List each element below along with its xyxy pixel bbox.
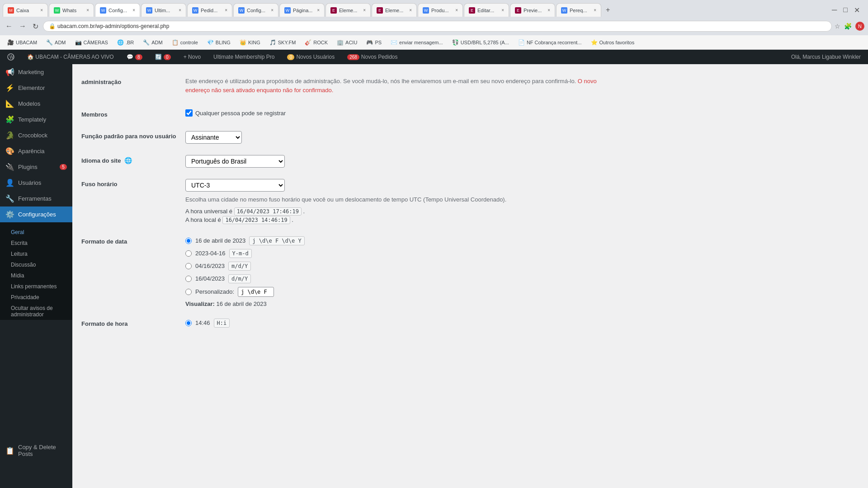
tab-pedid[interactable]: W Pedid... × <box>187 3 232 17</box>
admin-bar-comments[interactable]: 💬 8 <box>123 50 146 64</box>
tab-close-previe[interactable]: × <box>547 8 550 13</box>
admin-bar-updates[interactable]: 🔄 0 <box>151 50 175 64</box>
bookmark-ubacam[interactable]: 🎥 UBACAM <box>4 38 41 47</box>
submenu-escrita[interactable]: Escrita <box>0 238 72 249</box>
sidebar-item-ferramentas[interactable]: 🔧 Ferramentas <box>0 191 72 206</box>
tab-eleme1[interactable]: E Eleme... × <box>326 3 371 17</box>
sidebar-item-aparencia[interactable]: 🎨 Aparência <box>0 143 72 159</box>
tab-close-editar[interactable]: × <box>501 8 504 13</box>
idioma-select[interactable]: Português do Brasil English (United Stat… <box>185 155 285 168</box>
tab-close-pereq[interactable]: × <box>594 8 596 13</box>
tab-close-gmail[interactable]: × <box>40 8 43 13</box>
forward-button[interactable]: → <box>17 20 28 32</box>
formato-data-custom-input[interactable] <box>238 287 274 297</box>
formato-data-radio-2[interactable] <box>185 250 192 257</box>
admin-bar-new-users[interactable]: 0 Novos Usuários <box>283 50 338 64</box>
tab-close-config[interactable]: × <box>132 8 135 13</box>
tab-close-config2[interactable]: × <box>271 8 274 13</box>
admin-bar-user[interactable]: Olá, Marcus Ligabue Winkler <box>788 50 864 64</box>
submenu-discussao[interactable]: Discussão <box>0 259 72 270</box>
formato-data-radio-custom[interactable] <box>185 289 192 295</box>
fuso-select[interactable]: UTC-3 UTC-2 UTC-1 UTC <box>185 179 285 192</box>
tab-close-pagina[interactable]: × <box>317 8 320 13</box>
membros-checkbox-label[interactable]: Qualquer pessoa pode se registrar <box>185 109 601 117</box>
refresh-button[interactable]: ↻ <box>31 20 40 33</box>
formato-data-label-custom[interactable]: Personalizado: <box>195 288 234 295</box>
sidebar-copy-delete[interactable]: 📋 Copy & Delete Posts <box>0 440 72 461</box>
sidebar-item-marketing[interactable]: 📢 Marketing <box>0 64 72 80</box>
tab-close-pedid[interactable]: × <box>225 8 227 13</box>
tab-produ[interactable]: W Produ... × <box>418 3 463 17</box>
tab-close-produ[interactable]: × <box>455 8 458 13</box>
tab-close-whats[interactable]: × <box>86 8 89 13</box>
tab-editar[interactable]: E Editar... × <box>464 3 509 17</box>
sidebar-item-modelos[interactable]: 📐 Modelos <box>0 96 72 112</box>
new-tab-button[interactable]: + <box>602 6 613 14</box>
admin-email-th: administração <box>81 71 181 104</box>
tab-gmail[interactable]: M Caixa × <box>3 3 48 17</box>
formato-data-label-2[interactable]: 2023-04-16 <box>195 250 226 257</box>
submenu-links-permanentes[interactable]: Links permanentes <box>0 281 72 292</box>
tab-close-ultim[interactable]: × <box>179 8 181 13</box>
formato-data-radio-4[interactable] <box>185 276 192 282</box>
formato-data-label-4[interactable]: 16/04/2023 <box>195 275 225 282</box>
formato-data-radio-1[interactable] <box>185 238 192 244</box>
profile-icon[interactable]: N <box>855 22 864 31</box>
close-button[interactable]: ✕ <box>852 4 862 16</box>
minimize-button[interactable]: ─ <box>830 4 839 16</box>
bookmark-skyfm[interactable]: 🎵 SKY.FM <box>266 38 300 47</box>
maximize-button[interactable]: □ <box>841 4 849 16</box>
bookmark-nf[interactable]: 📄 NF Cobrança recorrent... <box>514 38 585 47</box>
admin-bar-new[interactable]: + Novo <box>180 50 204 64</box>
tab-pagina[interactable]: W Página... × <box>279 3 325 17</box>
sidebar-item-templately[interactable]: 🧩 Templately <box>0 112 72 127</box>
bookmark-ps[interactable]: 🎮 PS <box>363 38 385 47</box>
bookmark-king[interactable]: 👑 KING <box>236 38 264 47</box>
bookmark-controle[interactable]: 📋 controle <box>168 38 202 47</box>
sidebar-item-crocoblock[interactable]: 🐊 Crocoblock <box>0 127 72 143</box>
admin-bar-site[interactable]: 🏠 UBACAM - CÂMERAS AO VIVO <box>24 50 118 64</box>
bookmark-cameras[interactable]: 📷 CÂMERAS <box>71 38 112 47</box>
membros-checkbox[interactable] <box>185 109 193 117</box>
back-button[interactable]: ← <box>4 20 14 32</box>
tab-close-eleme1[interactable]: × <box>363 8 366 13</box>
extensions-icon[interactable]: 🧩 <box>844 23 852 30</box>
tab-ultim[interactable]: W Ultim... × <box>141 3 186 17</box>
admin-bar-new-orders[interactable]: 268 Novos Pedidos <box>344 50 401 64</box>
bookmark-enviar[interactable]: ✉️ enviar mensagem... <box>387 38 447 47</box>
formato-hora-label-1[interactable]: 14:46 <box>195 319 210 326</box>
formato-data-label-3[interactable]: 04/16/2023 <box>195 263 225 269</box>
tab-close-eleme2[interactable]: × <box>409 8 412 13</box>
formato-data-radio-3[interactable] <box>185 263 192 269</box>
formato-hora-radio-1[interactable] <box>185 320 192 326</box>
bookmark-bling[interactable]: 💎 BLING <box>203 38 234 47</box>
submenu-geral[interactable]: Geral <box>0 227 72 238</box>
tab-eleme2[interactable]: E Eleme... × <box>372 3 417 17</box>
bookmark-br[interactable]: 🌐 .BR <box>113 38 137 47</box>
bookmark-outros[interactable]: ⭐ Outros favoritos <box>587 38 638 47</box>
sidebar-item-usuarios[interactable]: 👤 Usuários <box>0 175 72 191</box>
bookmark-star-icon[interactable]: ☆ <box>835 23 840 30</box>
submenu-privacidade[interactable]: Privacidade <box>0 292 72 303</box>
bookmark-rock[interactable]: 🎸 ROCK <box>301 38 331 47</box>
bookmark-aciu[interactable]: 🏢 ACIU <box>333 38 361 47</box>
bookmark-adm1[interactable]: 🔧 ADM <box>42 38 69 47</box>
funcao-select[interactable]: Assinante Colaborador Autor Editor Admin… <box>185 131 242 144</box>
tab-previe[interactable]: E Previe... × <box>510 3 555 17</box>
submenu-ocultar[interactable]: Ocultar avisos de administrador <box>0 303 72 320</box>
tab-config2[interactable]: W Config... × <box>233 3 278 17</box>
submenu-leitura[interactable]: Leitura <box>0 249 72 259</box>
tab-config-active[interactable]: W Config... × <box>95 3 140 17</box>
sidebar-item-configuracoes[interactable]: ⚙️ Configurações <box>0 206 72 222</box>
bookmark-usdbrl[interactable]: 💱 USD/BRL 5,2785 (A... <box>448 38 513 47</box>
tab-whats[interactable]: W Whats × <box>49 3 94 17</box>
admin-bar-membership[interactable]: Ultimate Membership Pro <box>210 50 278 64</box>
formato-data-label-1[interactable]: 16 de abril de 2023 <box>195 237 245 244</box>
sidebar-item-plugins[interactable]: 🔌 Plugins 5 <box>0 159 72 175</box>
tab-pereq[interactable]: W Pereq... × <box>556 3 601 17</box>
bookmark-adm2[interactable]: 🔧 ADM <box>139 38 166 47</box>
admin-bar-wp-logo[interactable]: W <box>4 50 18 64</box>
sidebar-item-elementor[interactable]: ⚡ Elementor <box>0 80 72 96</box>
url-input[interactable]: 🔒 ubacam.com.br/wp-admin/options-general… <box>43 21 832 32</box>
submenu-midia[interactable]: Mídia <box>0 270 72 281</box>
